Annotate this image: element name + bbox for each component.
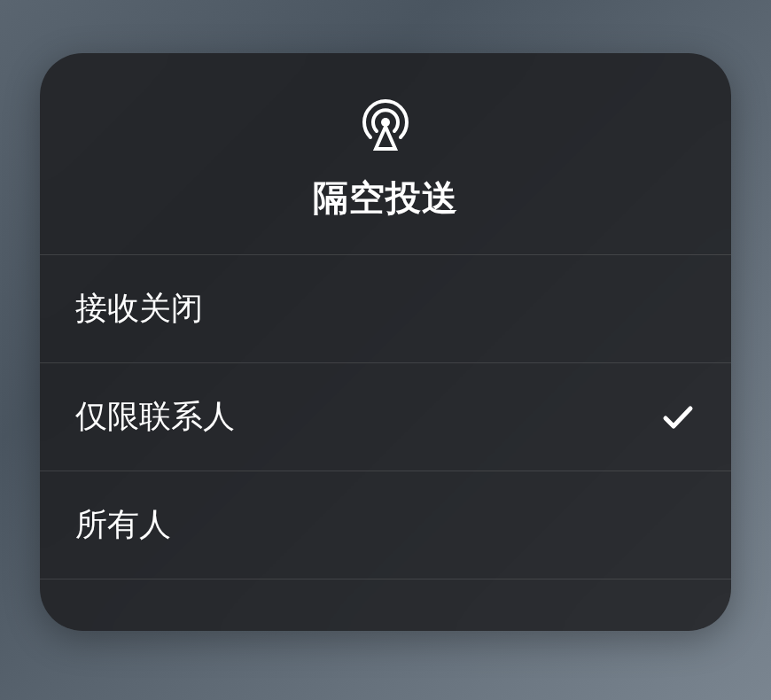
checkmark-icon — [660, 292, 696, 327]
option-label: 所有人 — [75, 503, 171, 547]
panel-title: 隔空投送 — [313, 174, 458, 222]
option-label: 仅限联系人 — [75, 395, 235, 439]
option-label: 接收关闭 — [75, 287, 203, 331]
option-receiving-off[interactable]: 接收关闭 — [40, 255, 731, 363]
panel-header: 隔空投送 — [40, 53, 731, 255]
checkmark-icon — [660, 400, 696, 435]
checkmark-icon — [660, 508, 696, 543]
airdrop-icon — [357, 96, 414, 152]
option-everyone[interactable]: 所有人 — [40, 471, 731, 579]
airdrop-settings-panel: 隔空投送 接收关闭 仅限联系人 所有人 — [40, 53, 731, 631]
option-contacts-only[interactable]: 仅限联系人 — [40, 363, 731, 471]
panel-bottom-spacer — [40, 579, 731, 631]
options-list: 接收关闭 仅限联系人 所有人 — [40, 255, 731, 579]
